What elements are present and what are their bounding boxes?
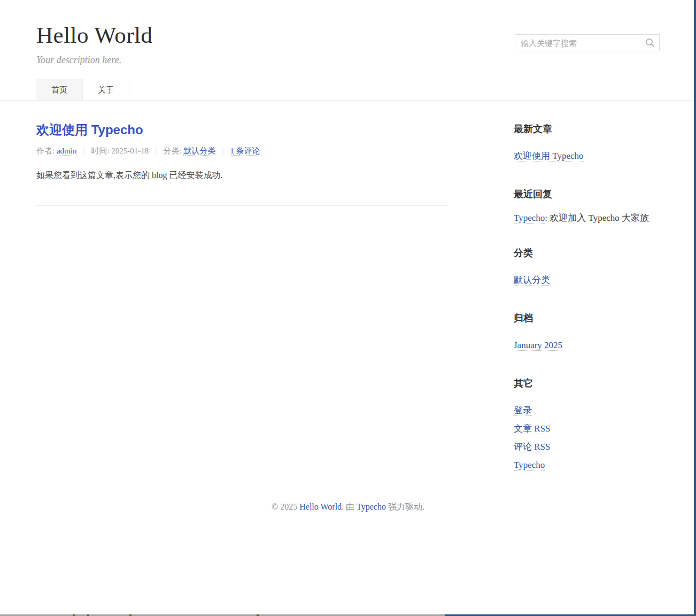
archive-link[interactable]: January 2025 — [514, 340, 562, 351]
category-link[interactable]: 默认分类 — [183, 147, 215, 156]
post-title-link[interactable]: 欢迎使用 Typecho — [36, 122, 143, 137]
post-rss-link[interactable]: 文章 RSS — [514, 424, 551, 434]
recent-reply: Typecho: 欢迎加入 Typecho 大家族 — [514, 212, 660, 224]
search-icon — [645, 41, 655, 49]
category-sidebar-link[interactable]: 默认分类 — [514, 275, 550, 286]
footer-engine-link[interactable]: Typecho — [357, 502, 386, 511]
sidebar: 最新文章 欢迎使用 Typecho 最近回复 Typecho: 欢迎加入 Typ… — [514, 101, 660, 498]
sidebar-section-recent-posts: 最新文章 欢迎使用 Typecho — [514, 124, 660, 165]
list-item: 文章 RSS — [514, 420, 660, 438]
sidebar-heading: 最新文章 — [514, 124, 660, 134]
background-window-edge — [694, 0, 696, 616]
list-item: Typecho — [514, 456, 660, 474]
reply-text: : 欢迎加入 Typecho 大家族 — [545, 213, 649, 223]
post: 欢迎使用 Typecho 作者: admin|时间: 2025-01-18|分类… — [36, 122, 447, 206]
sidebar-heading: 最近回复 — [514, 189, 660, 199]
author-link[interactable]: admin — [57, 147, 77, 156]
search-form — [515, 34, 660, 51]
site-header: Hello World Your description here. 首页 关于 — [0, 0, 696, 101]
category-label: 分类: — [163, 147, 183, 155]
sidebar-section-misc: 其它 登录 文章 RSS 评论 RSS Typecho — [514, 378, 660, 474]
author-label: 作者: — [36, 147, 57, 155]
post-meta: 作者: admin|时间: 2025-01-18|分类: 默认分类|1 条评论 — [36, 146, 447, 156]
site-footer: © 2025 Hello World. 由 Typecho 强力驱动. — [0, 502, 696, 513]
post-title: 欢迎使用 Typecho — [36, 122, 447, 137]
search-button[interactable] — [645, 38, 655, 48]
sidebar-heading: 分类 — [514, 248, 660, 258]
main-nav: 首页 关于 — [36, 79, 660, 101]
list-item: 评论 RSS — [514, 438, 660, 456]
reply-author-link[interactable]: Typecho — [514, 213, 545, 224]
typecho-blog-page: Hello World Your description here. 首页 关于 — [0, 0, 696, 616]
post-divider — [36, 205, 447, 206]
typecho-link[interactable]: Typecho — [514, 460, 545, 471]
nav-item-home[interactable]: 首页 — [36, 79, 83, 101]
sidebar-heading: 其它 — [514, 378, 660, 389]
post-body: 如果您看到这篇文章,表示您的 blog 已经安装成功. — [36, 170, 447, 181]
list-item: 欢迎使用 Typecho — [514, 147, 660, 165]
list-item: January 2025 — [514, 336, 660, 355]
copyright-text: © 2025 — [272, 502, 299, 511]
comments-link[interactable]: 1 条评论 — [230, 147, 260, 156]
footer-suffix-text: 强力驱动. — [386, 502, 424, 511]
comment-rss-link[interactable]: 评论 RSS — [514, 442, 551, 452]
meta-separator: | — [222, 147, 223, 155]
meta-separator: | — [155, 147, 157, 155]
search-input[interactable] — [515, 35, 659, 51]
nav-item-about[interactable]: 关于 — [83, 79, 129, 101]
recent-post-link[interactable]: 欢迎使用 Typecho — [514, 151, 584, 161]
footer-site-link[interactable]: Hello World — [299, 502, 342, 511]
login-link[interactable]: 登录 — [514, 405, 532, 416]
post-time: 2025-01-18 — [111, 147, 149, 155]
main-column: 欢迎使用 Typecho 作者: admin|时间: 2025-01-18|分类… — [36, 101, 447, 498]
list-item: 登录 — [514, 402, 660, 420]
sidebar-section-categories: 分类 默认分类 — [514, 248, 660, 289]
sidebar-heading: 归档 — [514, 313, 660, 324]
sidebar-section-recent-replies: 最近回复 Typecho: 欢迎加入 Typecho 大家族 — [514, 189, 660, 224]
meta-separator: | — [83, 147, 84, 155]
footer-mid-text: . 由 — [342, 502, 357, 511]
time-label: 时间: — [91, 147, 111, 155]
list-item: 默认分类 — [514, 271, 660, 289]
sidebar-section-archives: 归档 January 2025 — [514, 313, 660, 355]
site-description: Your description here. — [36, 55, 660, 65]
